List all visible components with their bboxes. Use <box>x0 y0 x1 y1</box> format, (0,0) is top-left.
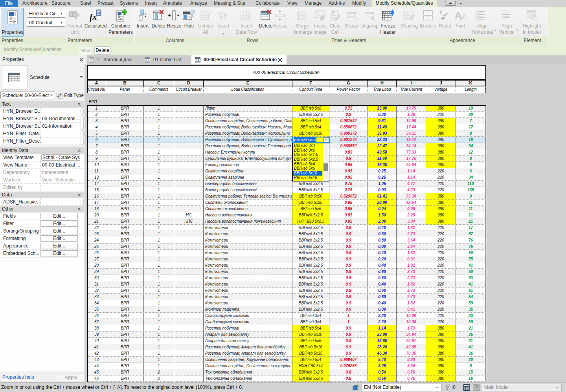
svg-text:fx: fx <box>90 12 97 22</box>
svg-text:0.0: 0.0 <box>70 12 76 16</box>
